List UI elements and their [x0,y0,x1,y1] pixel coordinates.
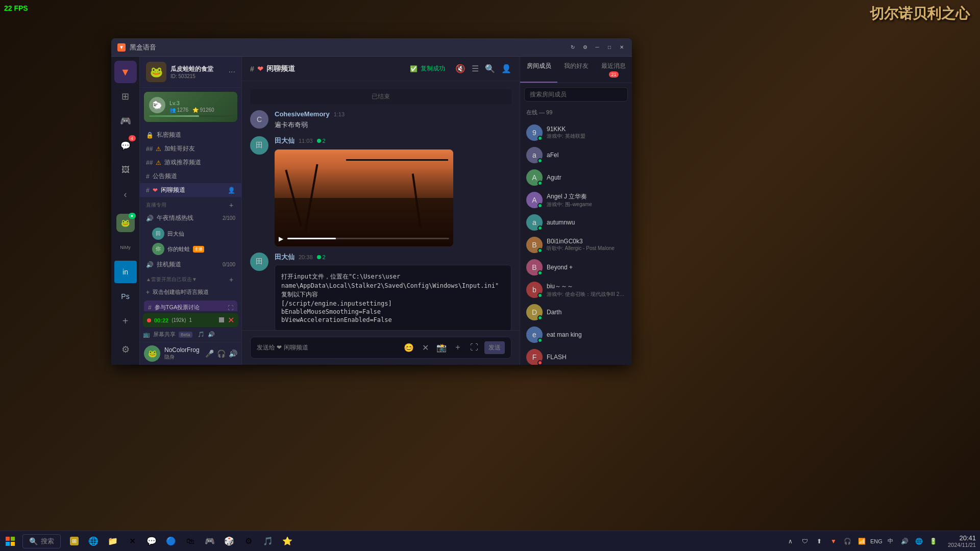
channel-hangout[interactable]: 🔊 挂机频道 0/100 [140,258,241,271]
member-angel[interactable]: A Angel J 立华奏 游戏中: 围–wegame [520,189,632,211]
tab-recent[interactable]: 最近消息 21 [595,57,632,83]
taskbar-app-settings[interactable]: ⚙ [239,532,258,550]
taskbar-app-chat[interactable]: 💬 [142,532,161,550]
mute-icon[interactable]: 🔇 [455,64,465,73]
taskbar-app-star[interactable]: ⭐ [278,532,297,550]
tray-network[interactable]: ⬆ [813,535,825,547]
tray-headphone[interactable]: 🎧 [842,535,854,547]
tray-language[interactable]: ENG [870,535,883,547]
emoji-btn[interactable]: 😊 [403,341,415,354]
member-b0i[interactable]: B B0i1inGC0k3 听歌中: Allergic - Post Malon… [520,234,632,256]
taskbar-app-steam[interactable]: 🎲 [220,532,238,550]
member-search-input[interactable] [524,87,628,102]
member-darth[interactable]: D Darth [520,301,632,323]
sidebar-icon-linkedin[interactable]: in [114,261,137,283]
sidebar-icon-photo[interactable]: 🖼 [114,159,137,181]
user-card-avatar: 🐑 [149,97,165,113]
taskbar-search[interactable]: 🔍 搜索 [22,534,61,548]
tray-security[interactable]: 🛡 [799,535,811,547]
member-biu[interactable]: b biu～～～ 游戏中: 使命召唤：现代战争III 2022 [520,279,632,301]
chat-message-input[interactable] [312,344,399,352]
headphone-btn[interactable]: 🎧 [217,349,226,358]
voice-tag-host: 主播 [193,246,204,253]
tray-app1[interactable]: ▼ [827,535,840,547]
channel-double-click[interactable]: + 双击创建临时语言频道 [140,286,241,298]
sidebar-icon-grid[interactable]: ⊞ [114,85,137,108]
sidebar-icon-ps[interactable]: Ps [114,285,137,308]
member-beyond[interactable]: B Beyond + [520,256,632,279]
sidebar-icon-home[interactable]: ▼ [114,61,137,83]
title-bar: ▼ 黑盒语音 ↻ ⚙ ─ □ ✕ [111,38,632,57]
tab-friends[interactable]: 我的好友 [557,57,595,83]
member-eatman[interactable]: e eat man king [520,323,632,346]
rec-dot [147,318,151,322]
sidebar-text-nimy[interactable]: NiMy [114,236,137,259]
channel-game-recommend[interactable]: ## ⚠ 游戏推荐频道 [140,156,241,169]
tray-battery[interactable]: 🔋 [927,535,940,547]
member-autumnwu[interactable]: a autumnwu [520,211,632,234]
tray-keyboard[interactable]: 中 [885,535,897,547]
member-afel[interactable]: a aFel [520,144,632,166]
taskbar-app-chrome[interactable]: 🔵 [162,532,180,550]
sidebar-icon-arrow[interactable]: ‹ [114,183,137,206]
taskbar-app-explorer[interactable]: ⊞ [65,532,83,550]
taskbar-app-folder[interactable]: 📁 [104,532,122,550]
member-avatar-2: a [526,147,543,163]
tray-wifi[interactable]: 📶 [856,535,868,547]
start-button[interactable] [0,531,20,552]
tray-volume[interactable]: 🔊 [899,535,911,547]
tga-button[interactable]: # 参与TGA投票讨论 ⛶ [144,300,237,311]
add-channel-btn[interactable]: + [227,276,235,284]
channel-friends[interactable]: ## ⚠ 加蛙哥好友 [140,142,241,156]
maximize-button[interactable]: □ [605,43,614,52]
msg-content-3: 田大仙 20:38 2 打开input文件，位置在"C:\Users\user … [275,253,511,331]
channel-private[interactable]: 🔒 私密频道 [140,128,241,142]
member-91kkk[interactable]: 9 91KKK 游戏中: 英雄联盟 [520,121,632,144]
channel-announcement[interactable]: # 公告频道 [140,169,241,183]
close-btn[interactable]: ✕ [419,341,431,354]
sidebar-icon-user[interactable]: 🐸 ● [114,212,137,234]
channel-chat[interactable]: # ❤ 闲聊频道 👤 [140,183,241,197]
sidebar-icon-settings[interactable]: ⚙ [114,338,137,361]
rec-stop-btn[interactable]: ⏹ [217,315,226,325]
list-icon[interactable]: ☰ [472,64,479,73]
taskbar-app-browser[interactable]: 🌐 [84,532,103,550]
refresh-button[interactable]: ↻ [569,43,577,52]
person-icon[interactable]: 👤 [501,64,511,73]
send-button[interactable]: 发送 [484,341,505,354]
taskbar-app-store[interactable]: 🛍 [181,532,200,550]
voice-avatar-2: 你 [152,243,164,255]
svg-rect-0 [6,537,10,541]
minimize-button[interactable]: ─ [593,43,601,52]
add-live-channel[interactable]: + [227,201,235,209]
fullscreen-btn[interactable]: ⛶ [468,341,480,354]
taskbar-app-close[interactable]: ✕ [123,532,141,550]
close-button[interactable]: ✕ [618,43,626,52]
screenshot-btn[interactable]: 📸 [435,341,448,354]
taskbar-app-game[interactable]: 🎮 [201,532,219,550]
sidebar-icon-add[interactable]: + [114,310,137,332]
need-section: ▲雷要开黑自己双击▼ + [140,271,241,286]
volume-btn[interactable]: 🔊 [229,349,237,358]
tray-up-arrow[interactable]: ∧ [785,535,797,547]
server-more-button[interactable]: ··· [229,67,235,77]
sidebar-icon-game[interactable]: 🎮 [114,110,137,132]
mic-btn[interactable]: 🎤 [205,349,214,358]
member-agutr[interactable]: A Agutr [520,166,632,189]
rec-close-btn[interactable]: ✕ [228,315,234,325]
user-online-badge: ● [129,213,136,219]
tray-network2[interactable]: 🌐 [913,535,925,547]
taskbar-app-media[interactable]: 🎵 [259,532,277,550]
search-icon[interactable]: 🔍 [485,64,495,73]
plus-btn[interactable]: + [452,341,464,354]
settings-button[interactable]: ⚙ [581,43,589,52]
msg-image-2[interactable]: ▶ [275,149,453,246]
channel-afternoon[interactable]: 🔊 午夜情感热线 2/100 [140,211,241,225]
hangout-count: 0/100 [223,262,235,267]
taskbar-clock[interactable]: 20:41 2024/11/21 [944,534,980,548]
code-block: 打开input文件，位置在"C:\Users\user name\AppData… [275,265,511,331]
rec-kb: (192k) [172,317,186,323]
member-flash[interactable]: F FLASH [520,346,632,365]
tab-room-members[interactable]: 房间成员 [520,57,557,83]
sidebar-icon-chat[interactable]: 💬 4 [114,134,137,157]
